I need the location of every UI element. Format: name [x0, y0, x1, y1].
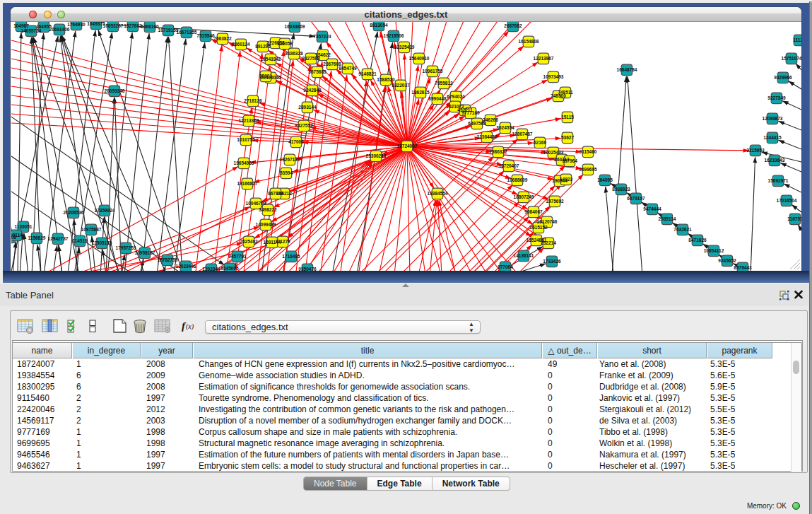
svg-text:8186328: 8186328	[285, 51, 303, 56]
svg-text:116753: 116753	[787, 216, 801, 221]
svg-text:62160: 62160	[534, 140, 546, 145]
svg-text:11125: 11125	[793, 37, 801, 42]
svg-text:9699695: 9699695	[579, 167, 597, 172]
svg-text:10654112: 10654112	[704, 248, 724, 253]
svg-text:19654985: 19654985	[234, 160, 254, 165]
svg-text:867833: 867833	[268, 191, 283, 196]
svg-text:10719155: 10719155	[158, 28, 179, 33]
svg-text:2803144: 2803144	[298, 105, 317, 110]
svg-text:7663822: 7663822	[213, 36, 232, 41]
svg-text:7986322: 7986322	[489, 149, 507, 154]
svg-text:1244415: 1244415	[763, 135, 782, 140]
svg-text:15751074: 15751074	[782, 56, 801, 61]
svg-text:12093873: 12093873	[763, 116, 783, 121]
svg-text:20691406: 20691406	[49, 27, 70, 32]
svg-text:16671355: 16671355	[177, 30, 197, 35]
svg-text:12023446: 12023446	[176, 264, 196, 269]
svg-text:15692971: 15692971	[768, 178, 789, 183]
svg-text:8813054: 8813054	[370, 23, 388, 28]
svg-text:1588520: 1588520	[377, 77, 395, 82]
svg-text:6466160: 6466160	[141, 24, 159, 29]
svg-text:18807249: 18807249	[514, 194, 534, 199]
svg-text:417006: 417006	[288, 139, 304, 144]
svg-text:9146821: 9146821	[358, 71, 377, 76]
svg-text:1527602: 1527602	[124, 23, 142, 28]
svg-text:9245652: 9245652	[718, 258, 736, 263]
svg-text:1975692: 1975692	[546, 199, 564, 204]
svg-text:10046799: 10046799	[246, 201, 266, 206]
svg-text:19218506: 19218506	[384, 33, 404, 38]
svg-text:12942737: 12942737	[48, 236, 69, 241]
svg-text:6794024: 6794024	[447, 94, 465, 99]
svg-text:1156829: 1156829	[28, 235, 46, 240]
svg-text:9227349: 9227349	[767, 95, 786, 100]
svg-text:104967: 104967	[13, 23, 29, 28]
svg-text:20053346: 20053346	[105, 88, 125, 93]
svg-text:9245005: 9245005	[220, 266, 239, 271]
svg-text:16120746: 16120746	[537, 219, 558, 224]
svg-text:10688609: 10688609	[507, 177, 528, 182]
svg-text:9115460: 9115460	[579, 149, 597, 154]
svg-text:1764930: 1764930	[67, 22, 86, 27]
svg-text:20206536: 20206536	[64, 210, 84, 215]
svg-text:10958107: 10958107	[135, 250, 155, 255]
svg-text:53594: 53594	[280, 170, 293, 175]
svg-text:2935114: 2935114	[659, 216, 676, 221]
svg-text:1615152: 1615152	[529, 225, 548, 230]
svg-text:316058: 316058	[277, 41, 293, 46]
svg-text:1691144: 1691144	[264, 240, 281, 245]
svg-text:3624554: 3624554	[496, 125, 514, 130]
svg-text:17957253: 17957253	[116, 245, 136, 250]
svg-text:15115: 15115	[561, 115, 574, 119]
svg-text:6679197: 6679197	[627, 196, 645, 201]
svg-text:10973493: 10973493	[543, 74, 564, 79]
svg-text:17359924: 17359924	[95, 208, 115, 213]
svg-text:3498222: 3498222	[259, 207, 277, 212]
svg-text:8990448: 8990448	[428, 96, 447, 101]
svg-text:9084067: 9084067	[524, 209, 543, 214]
svg-text:9457791: 9457791	[228, 254, 247, 259]
svg-text:8427552: 8427552	[295, 123, 313, 128]
svg-text:13267130: 13267130	[280, 157, 300, 162]
svg-text:16154808: 16154808	[519, 39, 539, 44]
svg-text:10975887: 10975887	[81, 227, 102, 232]
svg-text:2687682: 2687682	[504, 23, 522, 28]
svg-text:39114: 39114	[11, 233, 23, 238]
svg-text:8471626: 8471626	[688, 238, 707, 243]
svg-text:(x): (x)	[186, 322, 194, 331]
svg-text:16210643: 16210643	[765, 158, 785, 163]
svg-text:16033809: 16033809	[285, 24, 305, 29]
svg-text:7357224: 7357224	[313, 34, 331, 39]
svg-text:12213967: 12213967	[534, 56, 554, 61]
svg-text:7632621: 7632621	[673, 227, 692, 232]
svg-text:15720407: 15720407	[499, 163, 519, 168]
svg-text:1733426: 1733426	[543, 259, 561, 264]
svg-text:114519: 114519	[72, 238, 88, 243]
svg-text:164095: 164095	[597, 177, 613, 182]
svg-text:8454749: 8454749	[339, 66, 357, 71]
svg-text:53627: 53627	[561, 135, 574, 140]
svg-text:1716485: 1716485	[282, 254, 300, 259]
svg-text:3675685: 3675685	[308, 69, 326, 74]
svg-text:10961755: 10961755	[423, 69, 443, 74]
svg-text:977064: 977064	[498, 264, 513, 269]
svg-text:14055724: 14055724	[21, 28, 42, 33]
svg-text:1135051: 1135051	[15, 224, 33, 229]
svg-text:748511: 748511	[558, 90, 573, 95]
svg-text:7955812: 7955812	[435, 81, 453, 86]
svg-text:957964: 957964	[562, 158, 577, 163]
svg-text:8322037: 8322037	[392, 83, 410, 88]
svg-text:9777169: 9777169	[461, 110, 480, 115]
svg-text:6497568: 6497568	[468, 121, 486, 126]
svg-text:8660124: 8660124	[232, 42, 250, 47]
svg-text:2718126: 2718126	[244, 98, 262, 103]
svg-text:16782759: 16782759	[158, 257, 178, 262]
svg-text:1010755: 1010755	[237, 137, 255, 142]
svg-text:14136141: 14136141	[514, 253, 534, 258]
svg-text:3215953: 3215953	[746, 148, 765, 153]
svg-text:10807487: 10807487	[512, 132, 533, 136]
svg-text:21364436: 21364436	[477, 134, 498, 139]
svg-text:16648784: 16648784	[617, 67, 637, 72]
svg-text:15640910: 15640910	[409, 56, 430, 61]
svg-text:154622: 154622	[315, 52, 331, 57]
